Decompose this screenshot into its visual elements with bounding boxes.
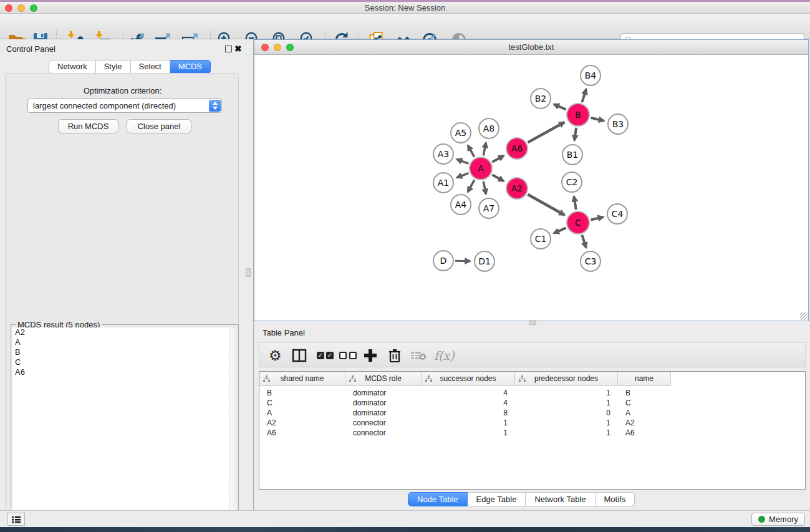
graph-node-C1[interactable]: C1	[530, 228, 551, 249]
unselect-all-columns-icon[interactable]	[339, 347, 359, 364]
table-cell[interactable]: 1	[515, 398, 618, 408]
table-cell[interactable]: A	[618, 408, 671, 418]
table-cell[interactable]: dominator	[345, 408, 422, 418]
table-cell[interactable]: A2	[618, 418, 671, 428]
mcds-result-item[interactable]: C	[12, 357, 237, 367]
graph-edge-A-A1[interactable]	[456, 173, 468, 178]
table-cell[interactable]: B	[618, 388, 671, 398]
tab-style[interactable]: Style	[96, 60, 131, 74]
graph-edge-B-B3[interactable]	[591, 118, 604, 121]
tab-edge-table[interactable]: Edge Table	[468, 492, 526, 506]
mcds-result-item[interactable]: A	[12, 337, 237, 347]
close-panel-icon[interactable]: ✖	[234, 44, 242, 54]
graph-edge-C-C2[interactable]	[574, 196, 576, 210]
tab-motifs[interactable]: Motifs	[595, 492, 635, 506]
table-cell[interactable]: A2	[259, 418, 345, 428]
network-window-titlebar[interactable]: testGlobe.txt	[254, 40, 808, 55]
graph-node-C3[interactable]: C3	[580, 251, 601, 272]
table-cell[interactable]: connector	[345, 418, 422, 428]
graph-edge-C-C3[interactable]	[582, 235, 586, 248]
divider-grip[interactable]	[529, 320, 536, 325]
criterion-dropdown[interactable]: largest connected component (directed)	[27, 99, 222, 113]
graph-node-B2[interactable]: B2	[530, 88, 551, 109]
table-cell[interactable]: 0	[515, 408, 618, 418]
graph-node-D[interactable]: D	[433, 250, 454, 271]
graph-edge-A-A3[interactable]	[456, 159, 468, 163]
table-cell[interactable]: 1	[515, 418, 618, 428]
show-columns-icon[interactable]	[292, 347, 307, 364]
memory-button[interactable]: Memory	[751, 513, 805, 526]
delete-table-icon[interactable]	[410, 347, 427, 364]
graph-edge-A-A5[interactable]	[468, 145, 474, 157]
table-row[interactable]: A2connector11A2	[259, 418, 671, 428]
tab-mcds[interactable]: MCDS	[170, 60, 211, 74]
table-cell[interactable]: C	[259, 398, 345, 408]
table-cell[interactable]: connector	[345, 428, 422, 438]
result-scrollbar[interactable]	[229, 327, 237, 526]
table-cell[interactable]: A6	[259, 428, 345, 438]
table-row[interactable]: Adominator80A	[259, 408, 671, 418]
close-panel-button[interactable]: Close panel	[127, 119, 191, 133]
graph-node-A[interactable]: A	[469, 157, 493, 180]
graph-edge-A-A7[interactable]	[483, 181, 486, 195]
create-column-plus-icon[interactable]	[364, 347, 377, 364]
graph-edge-A2-C[interactable]	[528, 195, 564, 215]
table-cell[interactable]: 4	[422, 398, 515, 408]
mcds-result-item[interactable]: B	[12, 347, 237, 357]
tab-select[interactable]: Select	[131, 60, 170, 74]
column-header-MCDS-role[interactable]: MCDS role	[345, 372, 422, 385]
run-mcds-button[interactable]: Run MCDS	[58, 119, 118, 133]
tab-node-table[interactable]: Node Table	[408, 492, 468, 506]
graph-node-B4[interactable]: B4	[580, 65, 601, 86]
table-cell[interactable]: A6	[618, 428, 671, 438]
delete-column-trash-icon[interactable]	[388, 347, 402, 364]
column-header-shared-name[interactable]: shared name	[259, 372, 345, 385]
table-cell[interactable]: A	[259, 408, 345, 418]
graph-node-A4[interactable]: A4	[450, 194, 471, 215]
task-history-button[interactable]	[7, 513, 25, 526]
network-resize-grip[interactable]	[800, 312, 808, 320]
column-header-name[interactable]: name	[618, 372, 671, 385]
table-options-gear-icon[interactable]: ⚙	[269, 347, 282, 364]
mcds-result-list[interactable]: A2ABCA6	[12, 327, 237, 526]
graph-node-B1[interactable]: B1	[562, 144, 583, 165]
mcds-result-item[interactable]: A6	[12, 367, 237, 377]
graph-edge-C-C4[interactable]	[591, 217, 603, 220]
graph-node-C2[interactable]: C2	[561, 172, 582, 193]
graph-node-A1[interactable]: A1	[433, 172, 454, 193]
table-row[interactable]: A6connector11A6	[259, 428, 671, 438]
table-cell[interactable]: 1	[422, 428, 515, 438]
table-cell[interactable]: C	[618, 398, 671, 408]
graph-edge-A-A6[interactable]	[492, 156, 504, 162]
graph-node-A3[interactable]: A3	[433, 143, 454, 165]
graph-node-B[interactable]: B	[566, 103, 590, 127]
graph-edge-A-A8[interactable]	[483, 143, 486, 156]
graph-node-B3[interactable]: B3	[607, 114, 629, 135]
graph-node-A8[interactable]: A8	[478, 118, 499, 139]
float-panel-icon[interactable]	[225, 46, 232, 52]
graph-node-A6[interactable]: A6	[506, 137, 528, 160]
table-cell[interactable]: B	[259, 388, 345, 398]
graph-node-A5[interactable]: A5	[450, 122, 471, 143]
select-all-columns-icon[interactable]: ✓✓	[317, 347, 335, 364]
table-row[interactable]: Bdominator41B	[259, 388, 671, 398]
tab-network[interactable]: Network	[49, 60, 96, 74]
divider-grip[interactable]	[246, 268, 251, 277]
table-cell[interactable]: 1	[515, 388, 618, 398]
table-cell[interactable]: dominator	[345, 398, 422, 408]
graph-node-C[interactable]: C	[566, 211, 590, 235]
table-cell[interactable]: 4	[422, 388, 515, 398]
graph-node-D1[interactable]: D1	[474, 251, 495, 272]
column-header-successor-nodes[interactable]: successor nodes	[422, 372, 515, 385]
table-cell[interactable]: 8	[422, 408, 515, 418]
table-row[interactable]: Cdominator41C	[259, 398, 671, 408]
column-header-predecessor-nodes[interactable]: predecessor nodes	[515, 372, 618, 385]
graph-node-A2[interactable]: A2	[506, 177, 528, 200]
table-cell[interactable]: 1	[422, 418, 515, 428]
table-cell[interactable]: 1	[515, 428, 618, 438]
graph-edge-A-A4[interactable]	[468, 180, 475, 191]
network-canvas[interactable]: AA1A2A3A4A5A6A7A8BB1B2B3B4CC1C2C3C4DD1	[254, 55, 808, 321]
graph-edge-C-C1[interactable]	[554, 228, 566, 233]
graph-edge-A6-B[interactable]	[528, 122, 565, 142]
graph-node-C4[interactable]: C4	[607, 203, 628, 225]
